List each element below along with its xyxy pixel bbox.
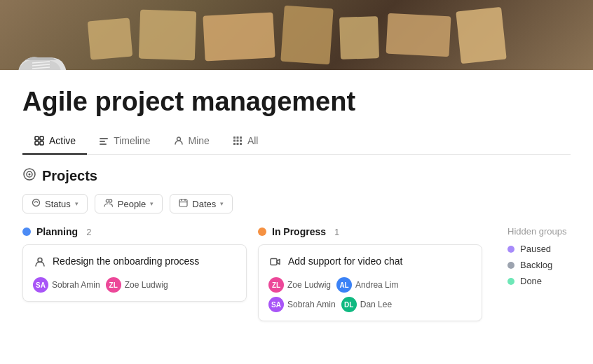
assignee-2-name: Zoe Ludwig [125, 280, 168, 290]
svg-rect-12 [233, 136, 236, 139]
board-inprogress-header: In Progress 1 [258, 226, 482, 237]
svg-rect-32 [271, 259, 277, 265]
boards-container: Planning 2 Redesign the onboarding proce… [22, 226, 571, 321]
tab-all-label: All [247, 135, 259, 146]
filter-people[interactable]: People ▾ [95, 194, 163, 214]
card-2-avatars-row2: SA Sobrah Amin DL Dan Lee [268, 297, 472, 312]
board-card-1[interactable]: Redesign the onboarding process SA Sobra… [22, 244, 247, 302]
board-planning-header: Planning 2 [22, 226, 247, 237]
assignee-3-name: Zoe Ludwig [287, 280, 331, 290]
filter-status[interactable]: Status ▾ [22, 194, 88, 214]
assignee-3: ZL Zoe Ludwig [268, 277, 331, 293]
hidden-groups: Hidden groups Paused 0 Backlog 0 Done 0 [507, 226, 593, 292]
tab-timeline-label: Timeline [114, 135, 150, 146]
assignee-6: DL Dan Lee [341, 297, 392, 312]
avatar-sa2: SA [268, 297, 284, 312]
card-1-avatars: SA Sobrah Amin ZL Zoe Ludwig [33, 277, 236, 293]
all-icon [232, 135, 243, 146]
assignee-4: AL Andrea Lim [336, 277, 398, 293]
section-title: Projects [42, 168, 97, 184]
video-card-icon [268, 255, 282, 269]
people-filter-icon [104, 198, 114, 209]
tab-timeline[interactable]: Timeline [87, 130, 161, 155]
svg-rect-20 [240, 143, 242, 145]
dates-chevron-icon: ▾ [220, 200, 224, 207]
hidden-groups-title: Hidden groups [507, 226, 593, 237]
hidden-group-done[interactable]: Done 0 [507, 276, 593, 286]
person-tab-icon [173, 135, 184, 146]
assignee-2: ZL Zoe Ludwig [106, 277, 168, 293]
card-1-header: Redesign the onboarding process [33, 255, 236, 269]
page-title: Agile project management [22, 83, 571, 117]
svg-rect-4 [35, 136, 39, 140]
board-inprogress-count: 1 [334, 227, 339, 237]
avatar-zl2: ZL [268, 277, 284, 293]
filter-people-label: People [118, 199, 146, 209]
shoe-icon [11, 45, 74, 70]
filters-row: Status ▾ People ▾ Dates ▾ [22, 194, 571, 214]
svg-rect-17 [240, 140, 242, 142]
backlog-dot [507, 262, 514, 269]
paused-dot [507, 246, 514, 253]
grid-icon [34, 135, 45, 146]
assignee-5-name: Sobrah Amin [287, 300, 336, 309]
people-chevron-icon: ▾ [150, 200, 154, 207]
svg-rect-19 [236, 143, 238, 145]
tab-active-label: Active [49, 135, 76, 146]
avatar-zl: ZL [106, 277, 121, 293]
svg-rect-7 [40, 141, 43, 145]
svg-rect-27 [179, 200, 187, 206]
svg-rect-14 [240, 136, 242, 139]
filter-dates-label: Dates [192, 199, 216, 209]
timeline-icon [98, 135, 109, 146]
tabs-nav: Active Timeline Mine All [22, 130, 571, 155]
dates-filter-icon [179, 198, 188, 209]
card-2-header: Add support for video chat [268, 255, 472, 269]
tab-mine-label: Mine [189, 135, 210, 146]
status-chevron-icon: ▾ [75, 200, 79, 207]
board-card-2[interactable]: Add support for video chat ZL Zoe Ludwig… [258, 244, 482, 321]
card-2-avatars-row1: ZL Zoe Ludwig AL Andrea Lim [268, 277, 472, 293]
card-1-title: Redesign the onboarding process [53, 255, 199, 269]
status-filter-icon [32, 198, 41, 209]
assignee-5: SA Sobrah Amin [268, 297, 336, 312]
svg-rect-18 [233, 143, 236, 145]
tab-active[interactable]: Active [22, 130, 87, 155]
assignee-4-name: Andrea Lim [355, 280, 398, 290]
svg-rect-13 [236, 136, 238, 139]
tab-all[interactable]: All [221, 130, 270, 155]
svg-rect-5 [40, 136, 43, 140]
page-content: Agile project management Active Timeline… [0, 70, 593, 321]
section-header: Projects [22, 167, 571, 184]
svg-point-24 [33, 200, 40, 206]
filter-status-label: Status [45, 199, 71, 209]
assignee-6-name: Dan Lee [360, 300, 392, 309]
hidden-group-backlog[interactable]: Backlog 0 [507, 260, 593, 270]
svg-rect-10 [100, 144, 107, 145]
board-inprogress-name: In Progress [272, 226, 326, 237]
person-card-icon [33, 255, 47, 269]
inprogress-dot [258, 227, 266, 236]
svg-rect-15 [233, 140, 236, 142]
done-dot [507, 278, 514, 285]
assignee-1-name: Sobrah Amin [52, 280, 100, 290]
hero-banner [0, 0, 593, 70]
assignee-1: SA Sobrah Amin [33, 277, 100, 293]
svg-rect-9 [100, 141, 105, 142]
card-2-title: Add support for video chat [288, 255, 402, 269]
board-planning-name: Planning [36, 226, 78, 237]
svg-rect-6 [35, 141, 39, 145]
done-label: Done [520, 276, 542, 286]
board-planning: Planning 2 Redesign the onboarding proce… [22, 226, 247, 302]
hidden-group-paused[interactable]: Paused 0 [507, 244, 593, 254]
paused-label: Paused [520, 244, 551, 254]
avatar-al: AL [336, 277, 352, 293]
avatar-sa: SA [33, 277, 48, 293]
tab-mine[interactable]: Mine [162, 130, 221, 155]
svg-rect-16 [236, 140, 238, 142]
svg-rect-8 [100, 138, 108, 139]
filter-dates[interactable]: Dates ▾ [170, 194, 233, 214]
planning-dot [22, 227, 31, 236]
avatar-dl: DL [341, 297, 357, 312]
board-planning-count: 2 [86, 227, 91, 237]
